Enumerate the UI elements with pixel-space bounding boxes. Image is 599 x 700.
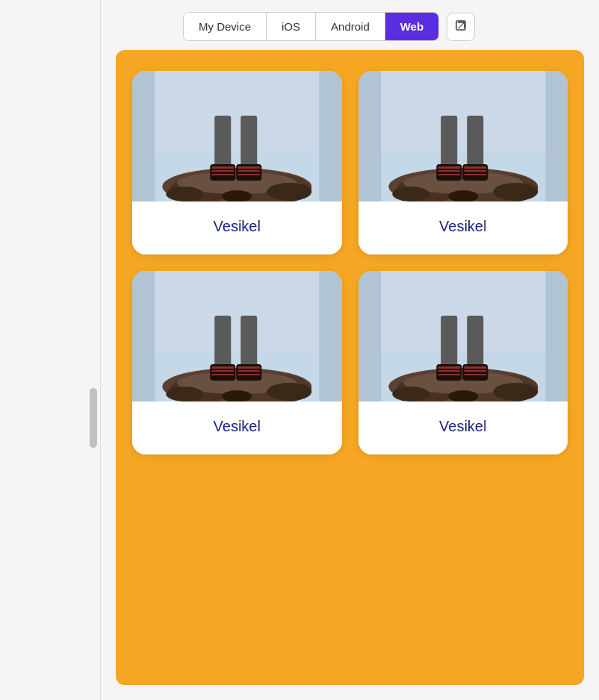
svg-rect-40 — [155, 271, 319, 353]
cards-grid: Vesikel — [132, 71, 568, 454]
tab-android[interactable]: Android — [316, 13, 385, 40]
svg-rect-38 — [464, 174, 486, 175]
svg-rect-59 — [381, 271, 545, 353]
card-1-image — [132, 71, 342, 201]
svg-rect-48 — [214, 316, 231, 372]
sidebar-scrollbar[interactable] — [90, 388, 97, 448]
card-3-image — [132, 271, 342, 401]
card-3-label: Vesikel — [132, 401, 342, 454]
svg-point-65 — [493, 383, 538, 401]
svg-rect-37 — [464, 170, 486, 172]
svg-rect-17 — [238, 166, 260, 169]
svg-rect-74 — [464, 366, 486, 369]
card-1[interactable]: Vesikel — [132, 71, 342, 254]
svg-rect-71 — [438, 370, 460, 372]
card-1-label: Vesikel — [132, 201, 342, 254]
svg-rect-19 — [238, 174, 260, 175]
svg-rect-13 — [211, 166, 234, 169]
card-3[interactable]: Vesikel — [132, 271, 342, 454]
svg-rect-36 — [464, 166, 486, 169]
svg-rect-30 — [467, 116, 483, 172]
svg-point-26 — [392, 187, 429, 201]
svg-rect-55 — [238, 366, 260, 369]
svg-rect-53 — [211, 374, 234, 375]
svg-rect-15 — [211, 174, 234, 175]
external-link-button[interactable] — [447, 13, 475, 41]
svg-rect-29 — [441, 116, 457, 172]
card-2-image — [359, 71, 568, 201]
svg-point-45 — [166, 387, 203, 401]
svg-rect-76 — [464, 374, 486, 375]
svg-rect-51 — [211, 366, 234, 369]
svg-rect-52 — [211, 370, 234, 372]
tab-ios[interactable]: iOS — [267, 13, 316, 40]
app-container: My Device iOS Android Web — [0, 0, 599, 700]
card-2-label: Vesikel — [359, 201, 568, 254]
svg-rect-2 — [155, 71, 319, 153]
svg-rect-72 — [438, 374, 460, 375]
svg-rect-75 — [464, 370, 486, 372]
svg-point-27 — [493, 183, 538, 201]
preview-area: Vesikel — [116, 50, 584, 685]
svg-rect-21 — [381, 71, 545, 153]
svg-point-7 — [166, 187, 203, 201]
tab-bar: My Device iOS Android Web — [101, 0, 599, 50]
main-content: My Device iOS Android Web — [101, 0, 599, 700]
svg-rect-57 — [238, 374, 260, 375]
svg-rect-68 — [467, 316, 483, 372]
svg-rect-14 — [211, 170, 234, 172]
svg-rect-56 — [238, 370, 260, 372]
svg-rect-32 — [438, 166, 460, 169]
tab-my-device[interactable]: My Device — [184, 13, 267, 40]
svg-point-8 — [267, 183, 311, 201]
svg-rect-67 — [441, 316, 457, 372]
card-4-label: Vesikel — [359, 401, 568, 454]
svg-point-46 — [267, 383, 311, 401]
tab-web[interactable]: Web — [385, 13, 438, 40]
card-4[interactable]: Vesikel — [359, 271, 568, 454]
svg-rect-49 — [240, 316, 257, 372]
svg-rect-34 — [438, 174, 460, 175]
svg-rect-10 — [214, 116, 231, 172]
svg-rect-70 — [438, 366, 460, 369]
svg-rect-18 — [238, 170, 260, 172]
card-2[interactable]: Vesikel — [359, 71, 568, 254]
external-link-icon — [455, 19, 467, 34]
card-4-image — [359, 271, 568, 401]
svg-rect-11 — [240, 116, 257, 172]
sidebar — [0, 0, 101, 700]
tab-group: My Device iOS Android Web — [183, 12, 439, 41]
svg-point-64 — [392, 387, 429, 401]
svg-rect-33 — [438, 170, 460, 172]
